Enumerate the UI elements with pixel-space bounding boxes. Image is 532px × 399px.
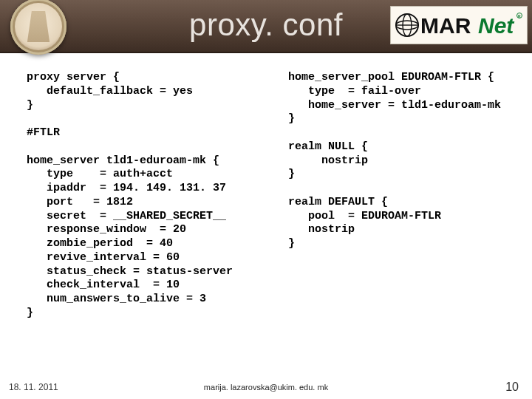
svg-text:MAR: MAR bbox=[420, 13, 471, 38]
slide-header: proxy. conf MAR Net R bbox=[0, 0, 532, 53]
footer-date: 18. 11. 2011 bbox=[9, 382, 58, 392]
marnet-logo-icon: MAR Net R bbox=[394, 10, 524, 41]
code-column-left: proxy server { default_fallback = yes } … bbox=[27, 71, 285, 321]
slide-body: proxy server { default_fallback = yes } … bbox=[27, 71, 517, 321]
slide-footer: 18. 11. 2011 marija. lazarovska@ukim. ed… bbox=[0, 383, 532, 392]
code-column-right: home_server_pool EDUROAM-FTLR { type = f… bbox=[285, 71, 517, 321]
svg-text:Net: Net bbox=[478, 13, 515, 38]
footer-email: marija. lazarovska@ukim. edu. mk bbox=[0, 383, 532, 392]
marnet-logo: MAR Net R bbox=[390, 6, 528, 44]
footer-page-number: 10 bbox=[505, 381, 519, 394]
slide: proxy. conf MAR Net R proxy server { def… bbox=[0, 0, 532, 399]
svg-text:R: R bbox=[518, 14, 521, 18]
